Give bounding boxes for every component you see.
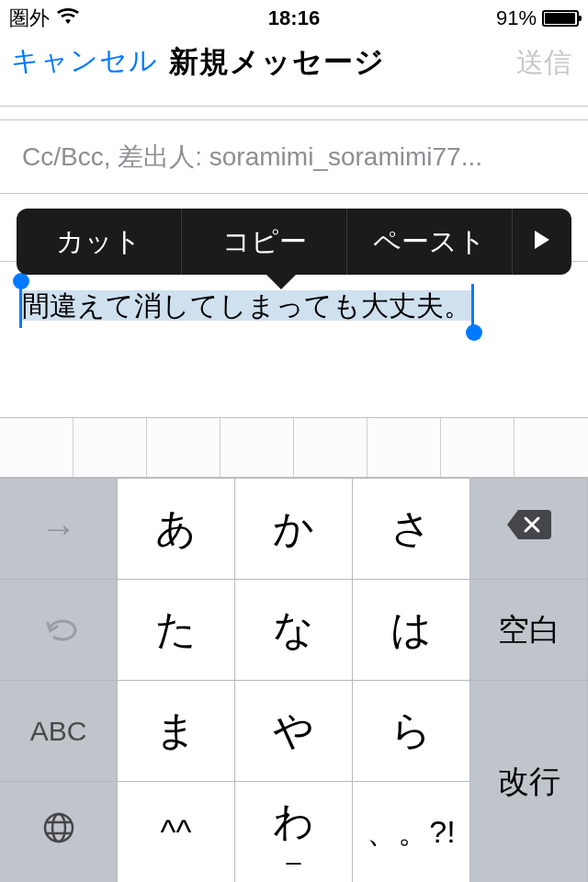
cancel-button[interactable]: キャンセル [11, 42, 158, 80]
cc-bcc-from-field[interactable]: Cc/Bcc, 差出人: soramimi_soramimi77... [0, 120, 588, 194]
globe-icon [40, 809, 77, 854]
key-space[interactable]: 空白 [470, 579, 588, 680]
undo-icon [40, 609, 77, 650]
key-backspace[interactable] [470, 478, 588, 579]
edit-menu: カット コピー ペースト [17, 209, 571, 275]
key-ra[interactable]: ら [353, 680, 470, 781]
key-punct[interactable]: 、。?! [353, 781, 470, 882]
key-ma[interactable]: ま [118, 680, 235, 781]
page-title: 新規メッセージ [169, 42, 385, 83]
key-undo[interactable] [0, 579, 118, 680]
key-wa[interactable]: わ _ [235, 781, 353, 882]
cc-from-text: Cc/Bcc, 差出人: soramimi_soramimi77... [22, 140, 482, 175]
key-ya[interactable]: や [235, 680, 353, 781]
key-na[interactable]: な [235, 579, 353, 680]
triangle-right-icon [533, 226, 551, 257]
key-return[interactable]: 改行 [470, 680, 588, 882]
key-face[interactable]: ^^ [118, 781, 235, 882]
carrier-text: 圏外 [9, 5, 50, 32]
key-ta[interactable]: た [118, 579, 235, 680]
status-bar: 圏外 18:16 91% [0, 0, 588, 37]
candidate-cell[interactable] [514, 418, 588, 477]
key-a[interactable]: あ [118, 478, 235, 579]
battery-percent-text: 91% [496, 6, 537, 30]
key-abc[interactable]: ABC [0, 680, 118, 781]
clock-text: 18:16 [199, 6, 390, 30]
body-textarea[interactable]: 間違えて消してしまっても大丈夫。 [20, 284, 473, 328]
paste-menu-item[interactable]: ペースト [347, 209, 513, 275]
key-next[interactable]: → [0, 478, 118, 579]
candidate-cell[interactable] [74, 418, 147, 477]
key-ha[interactable]: は [353, 579, 470, 680]
navbar: キャンセル 新規メッセージ 送信 [0, 37, 588, 107]
key-ka[interactable]: か [235, 478, 353, 579]
candidate-cell[interactable] [220, 418, 294, 477]
selected-text: 間違えて消してしまっても大丈夫。 [20, 290, 473, 321]
wifi-icon [57, 6, 79, 30]
cut-menu-item[interactable]: カット [17, 209, 182, 275]
svg-point-0 [45, 814, 73, 842]
arrow-right-icon: → [40, 508, 77, 549]
candidate-cell[interactable] [368, 418, 441, 477]
candidate-cell[interactable] [0, 418, 74, 477]
candidate-cell[interactable] [441, 418, 514, 477]
backspace-icon [505, 508, 553, 549]
candidate-cell[interactable] [294, 418, 368, 477]
send-button[interactable]: 送信 [516, 44, 571, 82]
key-globe[interactable] [0, 781, 118, 882]
key-sa[interactable]: さ [353, 478, 470, 579]
selection-handle-end[interactable] [466, 324, 482, 341]
candidate-cell[interactable] [147, 418, 220, 477]
battery-icon [542, 10, 579, 27]
svg-point-1 [52, 814, 65, 842]
keyboard: → あ か さ た な は 空白 ABC ま や ら 改行 ^^ わ _ 、。?… [0, 478, 588, 882]
selection-handle-start[interactable] [13, 273, 29, 289]
copy-menu-item[interactable]: コピー [182, 209, 347, 275]
more-menu-item[interactable] [513, 209, 571, 275]
candidate-bar[interactable] [0, 417, 588, 478]
